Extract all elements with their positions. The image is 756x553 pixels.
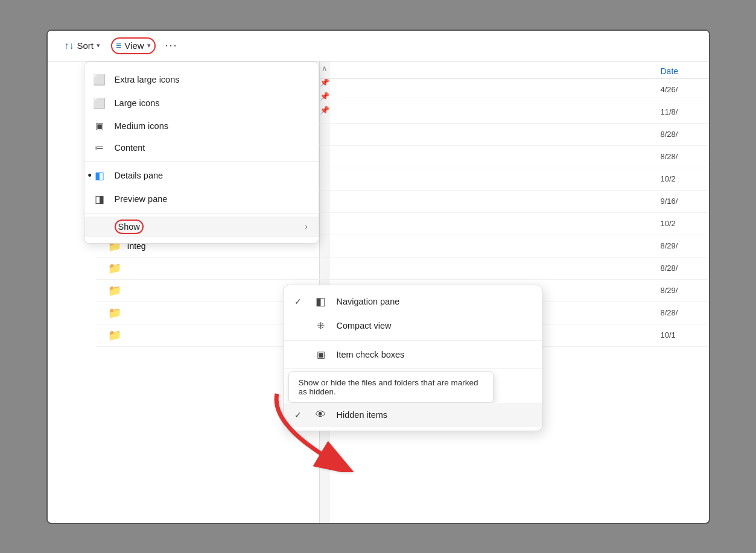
hidden-items-check: ✓ (294, 410, 305, 420)
preview-pane-label: Preview pane (115, 194, 308, 204)
view-icon: ≡ (116, 40, 121, 51)
file-date: 10/1 (661, 330, 709, 340)
medium-label: Medium icons (115, 121, 308, 131)
show-section: Show › (84, 213, 319, 239)
folder-icon: 📁 (108, 262, 121, 275)
item-check-label: Item check boxes (337, 350, 531, 359)
submenu-item-compact-view[interactable]: ⁜ Compact view (284, 314, 542, 338)
more-options-button[interactable]: ··· (160, 37, 183, 54)
view-btn-wrapper: ≡ View ▾ (111, 37, 156, 54)
folder-icon: 📁 (108, 284, 121, 297)
file-date: 8/28/ (661, 152, 709, 161)
col-date-header[interactable]: Date (661, 66, 709, 76)
item-check-icon: ▣ (314, 349, 328, 360)
tooltip-text: Show or hide the files and folders that … (299, 378, 478, 396)
view-label: View (124, 40, 144, 51)
show-submenu: ✓ ◧ Navigation pane ⁜ Compact view ▣ Ite… (283, 285, 542, 431)
menu-item-content[interactable]: ≔ Content (84, 137, 319, 159)
menu-item-details-pane[interactable]: • ◧ Details pane (84, 164, 319, 188)
file-date: 8/29/ (661, 241, 709, 250)
file-date: 4/26/ (661, 85, 709, 94)
details-pane-label: Details pane (115, 171, 308, 180)
pane-options-section: • ◧ Details pane ◨ Preview pane (84, 161, 319, 213)
sort-chevron: ▾ (97, 42, 100, 49)
view-button[interactable]: ≡ View ▾ (111, 37, 156, 54)
large-label: Large icons (115, 98, 308, 108)
folder-icon: 📁 (108, 329, 121, 342)
sort-button[interactable]: ↑↓ Sort ▾ (59, 37, 107, 55)
submenu-divider-2 (284, 368, 542, 369)
view-options-section: ⬜ Extra large icons ⬜ Large icons ▣ Medi… (84, 66, 319, 161)
file-date: 8/28/ (661, 264, 709, 273)
tooltip-box: Show or hide the files and folders that … (288, 371, 494, 403)
menu-item-extra-large[interactable]: ⬜ Extra large icons (84, 68, 319, 92)
file-date: 10/2 (661, 219, 709, 228)
file-date: 8/28/ (661, 308, 709, 317)
sort-icon: ↑↓ (65, 40, 74, 51)
content-label: Content (115, 143, 308, 153)
explorer-window: ↑↓ Sort ▾ ≡ View ▾ ··· ⬜ Extra large ico… (46, 30, 710, 524)
details-pane-icon: ◧ (93, 169, 106, 182)
view-chevron: ▾ (147, 42, 151, 49)
file-date: 11/8/ (661, 107, 709, 116)
show-arrow: › (305, 222, 307, 231)
submenu-item-nav-pane[interactable]: ✓ ◧ Navigation pane (284, 289, 542, 314)
submenu-divider (284, 340, 542, 341)
table-row[interactable]: 📁 8/28/ (96, 258, 709, 280)
compact-view-icon: ⁜ (314, 320, 328, 332)
submenu-item-item-check[interactable]: ▣ Item check boxes (284, 343, 542, 366)
file-date: 9/16/ (661, 197, 709, 206)
toolbar: ↑↓ Sort ▾ ≡ View ▾ ··· (48, 31, 709, 62)
file-date: 8/28/ (661, 130, 709, 139)
view-dropdown: ⬜ Extra large icons ⬜ Large icons ▣ Medi… (84, 62, 319, 244)
preview-pane-icon: ◨ (93, 193, 106, 206)
file-date: 10/2 (661, 174, 709, 183)
folder-icon: 📁 (108, 306, 121, 320)
nav-pane-check: ✓ (294, 297, 305, 306)
nav-pane-icon: ◧ (314, 295, 328, 308)
content-icon: ≔ (93, 142, 106, 153)
show-label: Show (115, 222, 297, 232)
extra-large-label: Extra large icons (115, 75, 308, 84)
main-content: ⬜ Extra large icons ⬜ Large icons ▣ Medi… (48, 62, 709, 523)
show-circle: Show (115, 220, 144, 234)
extra-large-icon: ⬜ (93, 74, 106, 86)
hidden-items-icon: 👁 (314, 409, 328, 421)
menu-item-show[interactable]: Show › (84, 216, 319, 237)
file-date: 8/29/ (661, 286, 709, 295)
large-icon: ⬜ (93, 97, 106, 110)
menu-item-large[interactable]: ⬜ Large icons (84, 92, 319, 115)
menu-item-medium[interactable]: ▣ Medium icons (84, 115, 319, 137)
details-pane-bullet: • (88, 169, 92, 182)
nav-pane-label: Navigation pane (337, 297, 531, 306)
medium-icon: ▣ (93, 121, 106, 131)
submenu-item-hidden-items[interactable]: ✓ 👁 Hidden items (284, 403, 542, 427)
menu-item-preview-pane[interactable]: ◨ Preview pane (84, 188, 319, 211)
hidden-items-label: Hidden items (337, 410, 531, 420)
sort-label: Sort (77, 40, 94, 51)
compact-view-label: Compact view (337, 321, 531, 330)
